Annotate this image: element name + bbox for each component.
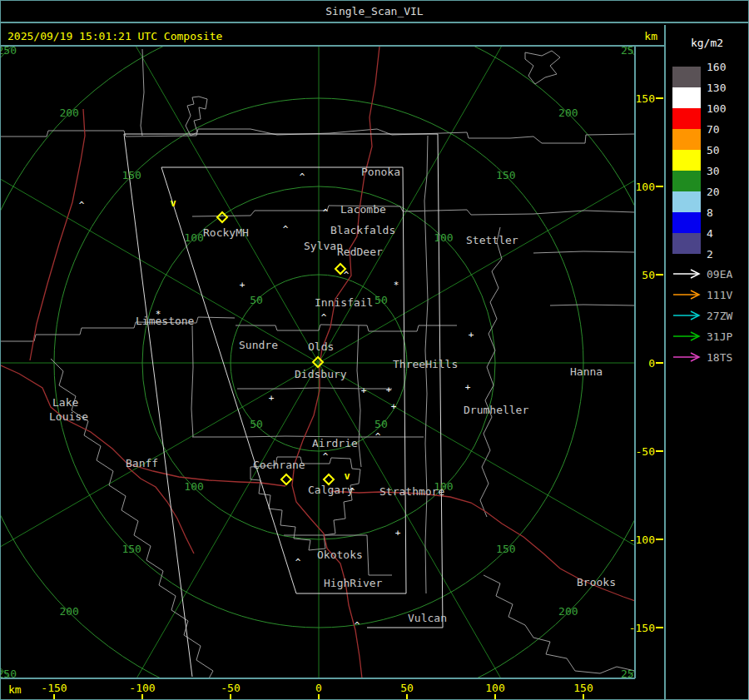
range-ring-label: 50 — [374, 418, 388, 430]
y-axis-tick-label: 50 — [642, 269, 655, 281]
y-axis-tick-label: -100 — [629, 534, 655, 546]
city-label: Louise — [49, 410, 88, 423]
town-marker: ^ — [350, 486, 355, 497]
city-label: Sundre — [239, 339, 278, 351]
city-label: Lacombe — [340, 203, 386, 216]
city-label: Okotoks — [317, 549, 363, 561]
city-label: ThreeHills — [393, 358, 458, 370]
town-marker: ^ — [295, 557, 301, 568]
x-axis-tick-label: 100 — [485, 682, 504, 694]
range-ring-label: 100 — [184, 231, 203, 244]
county-boundary — [237, 388, 392, 389]
county-boundary — [191, 325, 193, 437]
radar-id-label: 111V — [707, 289, 732, 301]
town-marker: ^ — [344, 270, 350, 280]
town-marker: * — [156, 309, 161, 320]
range-ring-label: 100 — [184, 480, 203, 493]
county-boundary — [192, 436, 424, 437]
town-marker: + — [469, 330, 474, 340]
radial-line — [61, 363, 319, 700]
radar-arrow-icon — [672, 289, 704, 300]
radar-id-label: 27ZW — [707, 310, 732, 322]
y-axis-tick-label: -150 — [629, 622, 655, 634]
range-ring-label: 50 — [374, 294, 388, 306]
range-ring-label: 150 — [122, 169, 141, 181]
town-marker: ^ — [323, 207, 329, 218]
city-label: Limestone — [136, 315, 195, 327]
town-marker: + — [465, 382, 471, 393]
city-label: Stettler — [466, 234, 518, 246]
legend-unit-label: kg/m2 — [666, 37, 748, 49]
radar-app-window: Single_Scan_VIL 2025/09/19 15:01:21 UTC … — [0, 0, 749, 700]
legend-level-label: 70 — [707, 123, 720, 136]
city-label: Blackfalds — [330, 224, 395, 236]
x-axis-tick — [583, 694, 584, 700]
legend-color-swatch — [672, 108, 701, 129]
city-label: HighRiver — [324, 577, 383, 589]
range-ring-label: 200 — [558, 605, 578, 618]
x-axis-tick — [53, 694, 55, 700]
city-label: Ponoka — [361, 166, 400, 178]
radial-line — [319, 363, 577, 700]
legend-color-swatch — [672, 212, 701, 233]
lake-outline — [186, 97, 207, 136]
radial-line — [61, 1, 319, 363]
x-axis-tick-label: 0 — [315, 682, 322, 694]
radar-arrow-icon — [672, 330, 704, 342]
range-ring-label: 200 — [558, 107, 578, 119]
city-label: Hanna — [570, 365, 603, 378]
range-ring-label: 200 — [59, 605, 78, 618]
city-label: Airdrie — [312, 437, 358, 449]
legend-level-label: 30 — [707, 165, 720, 177]
city-label: Brooks — [577, 576, 616, 588]
range-ring-label: 250 — [1, 44, 17, 57]
range-ring-label: 150 — [496, 169, 515, 181]
county-boundary — [533, 251, 635, 253]
legend-level-label: 100 — [707, 102, 726, 115]
radar-arrow-icon — [672, 268, 704, 280]
legend-level-label: 130 — [707, 82, 726, 94]
county-boundary — [236, 325, 457, 331]
town-marker: * — [394, 280, 399, 290]
radar-arrow-icon — [672, 310, 704, 321]
x-axis-tick — [318, 694, 320, 700]
legend-level-label: 2 — [707, 248, 713, 261]
radar-id-label: 18TS — [707, 351, 732, 364]
legend-radar-row: 31JP — [672, 330, 747, 342]
radar-arrow-icon — [672, 351, 704, 363]
legend-color-swatch — [672, 129, 701, 150]
town-marker: + — [391, 401, 397, 412]
town-marker: ^ — [79, 200, 85, 211]
legend-level-label: 20 — [707, 186, 720, 198]
town-marker: + — [269, 393, 275, 404]
legend-radar-row: 27ZW — [672, 310, 747, 321]
legend-level-label: 4 — [707, 227, 713, 240]
range-ring-label: 150 — [122, 543, 141, 555]
town-marker: ^ — [355, 620, 360, 631]
town-marker: + — [386, 385, 392, 395]
legend-color-swatch — [672, 171, 701, 191]
x-axis-tick — [406, 694, 408, 700]
y-axis-tick — [656, 362, 663, 364]
town-marker: ^ — [300, 171, 305, 182]
x-axis-tick-label: -50 — [221, 682, 240, 694]
county-boundary — [480, 227, 502, 517]
radar-id-label: 09EA — [707, 268, 732, 280]
county-boundary — [550, 305, 635, 305]
city-label: Olds — [308, 340, 334, 353]
range-ring-label: 50 — [250, 294, 263, 306]
range-ring-label: 100 — [434, 231, 453, 244]
x-axis-tick-label: 150 — [573, 682, 593, 694]
x-axis-tick-label: 50 — [400, 682, 414, 694]
y-axis-tick — [656, 450, 663, 452]
legend-panel: kg/m2 1601301007050302084209EA111V27ZW31… — [666, 25, 748, 699]
town-marker: + — [240, 280, 246, 290]
town-marker: ^ — [283, 224, 289, 235]
range-ring-label: 50 — [250, 418, 263, 430]
radar-site-icon — [281, 474, 291, 484]
county-boundary — [484, 575, 635, 673]
x-axis-tick-label: -100 — [129, 682, 155, 694]
city-label: RedDeer — [337, 246, 383, 258]
county-boundary — [1, 129, 635, 143]
y-axis-tick-label: 150 — [636, 92, 655, 105]
